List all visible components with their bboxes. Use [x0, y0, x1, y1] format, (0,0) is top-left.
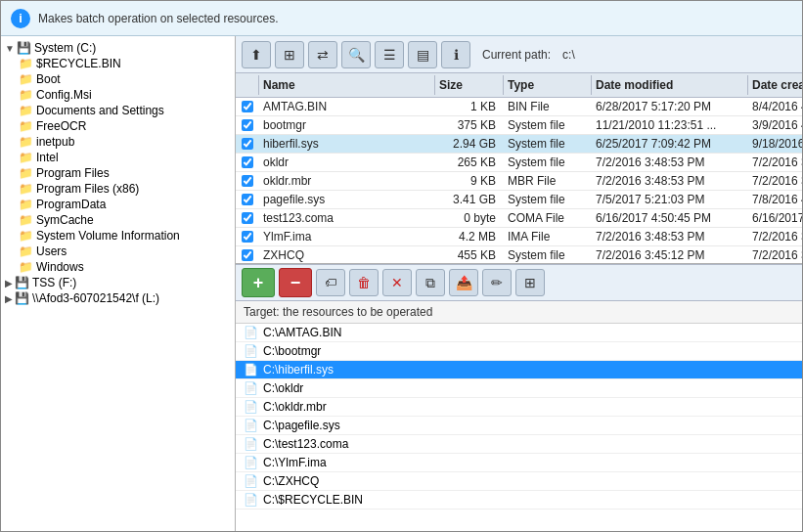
table-row[interactable]: YlmF.ima 4.2 MB IMA File 7/2/2016 3:48:5… — [236, 228, 803, 246]
row-checkbox[interactable] — [242, 175, 253, 187]
file-icon: 📄 — [244, 474, 258, 488]
tree-item[interactable]: 📁System Volume Information — [1, 228, 235, 244]
file-list-container[interactable]: Name Size Type Date modified Date create… — [236, 73, 803, 264]
col-size[interactable]: Size — [435, 75, 504, 95]
tree-panel[interactable]: ▼💾System (C:)📁$RECYCLE.BIN📁Boot📁Config.M… — [1, 36, 236, 532]
tree-item[interactable]: ▼💾System (C:) — [1, 40, 235, 56]
row-checkbox[interactable] — [242, 231, 253, 243]
list-item[interactable]: 📄 C:\YlmF.ima — [236, 454, 803, 472]
col-name[interactable]: Name — [259, 75, 435, 95]
list-item[interactable]: 📄 C:\test123.coma — [236, 435, 803, 454]
folder-icon: 📁 — [19, 119, 33, 133]
row-created: 7/2/2016 3:48:53 PM — [748, 172, 803, 190]
detail-view-button[interactable]: ▤ — [408, 41, 437, 68]
tag-button[interactable]: 🏷 — [316, 269, 345, 296]
row-type: System file — [504, 191, 592, 208]
row-size: 265 KB — [435, 154, 504, 171]
tree-item[interactable]: 📁SymCache — [1, 212, 235, 228]
row-modified: 11/21/2010 11:23:51 ... — [592, 116, 748, 134]
top-bar-message: Makes batch operation on selected resour… — [38, 12, 278, 25]
table-row[interactable]: test123.coma 0 byte COMA File 6/16/2017 … — [236, 209, 803, 228]
refresh-button[interactable]: ⇄ — [308, 41, 337, 68]
table-row[interactable]: bootmgr 375 KB System file 11/21/2010 11… — [236, 116, 803, 135]
folder-icon: 📁 — [19, 260, 33, 274]
row-checkbox[interactable] — [242, 138, 253, 150]
row-checkbox[interactable] — [242, 249, 253, 261]
tree-item[interactable]: 📁Config.Msi — [1, 87, 235, 103]
search-button[interactable]: 🔍 — [341, 41, 371, 68]
list-item[interactable]: 📄 C:\bootmgr — [236, 342, 803, 361]
export-button[interactable]: 📤 — [449, 269, 478, 296]
folder-icon: 📁 — [19, 198, 33, 211]
current-path-value: c:\ — [562, 48, 575, 62]
row-checkbox[interactable] — [242, 119, 253, 131]
list-item[interactable]: 📄 C:\hiberfil.sys — [236, 361, 803, 379]
tree-item[interactable]: 📁ProgramData — [1, 197, 235, 212]
col-type[interactable]: Type — [504, 75, 592, 95]
folder-icon: 📁 — [19, 151, 33, 164]
tree-item[interactable]: 📁$RECYCLE.BIN — [1, 56, 235, 71]
tree-item[interactable]: 📁Windows — [1, 259, 235, 275]
folder-icon: 📁 — [19, 57, 33, 70]
right-panel: ⬆ ⊞ ⇄ 🔍 ☰ ▤ ℹ Current path: c:\ Name Siz… — [236, 36, 803, 532]
bottom-toolbar: + − 🏷 🗑 ✕ ⧉ 📤 ✏ ⊞ — [236, 264, 803, 301]
row-checkbox[interactable] — [242, 212, 253, 224]
list-button[interactable]: ⊞ — [515, 269, 545, 296]
table-row[interactable]: ZXHCQ 455 KB System file 7/2/2016 3:45:1… — [236, 246, 803, 264]
table-row[interactable]: AMTAG.BIN 1 KB BIN File 6/28/2017 5:17:2… — [236, 98, 803, 116]
target-item-label: C:\hiberfil.sys — [263, 363, 334, 377]
list-item[interactable]: 📄 C:\okldr.mbr — [236, 398, 803, 417]
row-name: pagefile.sys — [259, 191, 435, 208]
tree-item-label: System Volume Information — [36, 229, 180, 243]
table-row[interactable]: hiberfil.sys 2.94 GB System file 6/25/20… — [236, 135, 803, 154]
home-button[interactable]: ⊞ — [275, 41, 304, 68]
target-item-label: C:\AMTAG.BIN — [263, 326, 341, 339]
row-checkbox[interactable] — [242, 194, 253, 205]
row-created: 8/4/2016 4:06:10 PM — [748, 98, 803, 115]
table-row[interactable]: pagefile.sys 3.41 GB System file 7/5/201… — [236, 191, 803, 209]
tree-item-label: Users — [36, 244, 67, 258]
row-size: 4.2 MB — [435, 228, 504, 245]
tree-item[interactable]: 📁Documents and Settings — [1, 103, 235, 118]
navigate-up-button[interactable]: ⬆ — [242, 41, 271, 68]
tree-item[interactable]: 📁Program Files (x86) — [1, 181, 235, 197]
table-row[interactable]: okldr 265 KB System file 7/2/2016 3:48:5… — [236, 154, 803, 172]
list-item[interactable]: 📄 C:\$RECYCLE.BIN — [236, 491, 803, 510]
table-row[interactable]: okldr.mbr 9 KB MBR File 7/2/2016 3:48:53… — [236, 172, 803, 191]
tree-item[interactable]: 📁inetpub — [1, 134, 235, 150]
list-item[interactable]: 📄 C:\okldr — [236, 379, 803, 398]
tree-item[interactable]: ▶💾\\Afod3-607021542\f (L:) — [1, 290, 235, 306]
file-icon: 📄 — [244, 400, 258, 414]
info-button[interactable]: ℹ — [441, 41, 470, 68]
edit-button[interactable]: ✏ — [482, 269, 512, 296]
copy-button[interactable]: ⧉ — [416, 269, 445, 296]
row-checkbox-cell — [236, 155, 259, 170]
target-list-container[interactable]: Target: the resources to be operated 📄 C… — [236, 301, 803, 532]
file-icon: 📄 — [244, 344, 258, 358]
file-icon: 📄 — [244, 326, 258, 339]
row-type: System file — [504, 116, 592, 134]
col-modified[interactable]: Date modified — [592, 75, 748, 95]
tree-item[interactable]: 📁Users — [1, 244, 235, 259]
tree-item-label: Boot — [36, 72, 61, 86]
drive-icon: 💾 — [17, 41, 31, 55]
row-checkbox[interactable] — [242, 101, 253, 112]
list-item[interactable]: 📄 C:\ZXHCQ — [236, 472, 803, 491]
tree-item[interactable]: 📁Program Files — [1, 165, 235, 181]
add-button[interactable]: + — [242, 268, 275, 297]
tree-item[interactable]: ▶💾TSS (F:) — [1, 275, 235, 290]
list-view-button[interactable]: ☰ — [375, 41, 404, 68]
tree-item-label: Windows — [36, 260, 84, 274]
tree-item[interactable]: 📁FreeOCR — [1, 118, 235, 134]
row-checkbox[interactable] — [242, 156, 253, 168]
list-item[interactable]: 📄 C:\pagefile.sys — [236, 417, 803, 435]
remove-button[interactable]: − — [279, 268, 312, 297]
tree-item[interactable]: 📁Boot — [1, 71, 235, 87]
row-modified: 7/2/2016 3:48:53 PM — [592, 172, 748, 190]
delete-button[interactable]: 🗑 — [349, 269, 379, 296]
row-name: AMTAG.BIN — [259, 98, 435, 115]
close-button[interactable]: ✕ — [382, 269, 412, 296]
tree-item[interactable]: 📁Intel — [1, 150, 235, 165]
col-created[interactable]: Date created — [748, 75, 803, 95]
list-item[interactable]: 📄 C:\AMTAG.BIN — [236, 324, 803, 342]
